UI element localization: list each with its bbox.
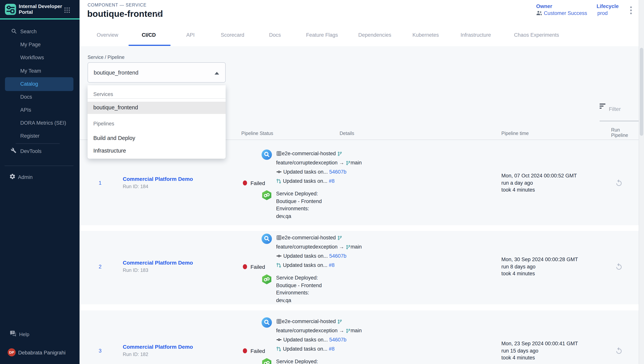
search-icon — [11, 28, 17, 36]
filter-input[interactable]: Filter — [609, 106, 621, 112]
deploy-title: Service Deployed: — [276, 358, 322, 364]
ci-details: e2e-commercial-hosted feature/corruptede… — [262, 150, 362, 186]
sidebar-item-catalog[interactable] — [5, 77, 73, 91]
tab-api[interactable]: API — [186, 32, 195, 38]
menu-item-infrastructure[interactable]: Infrastructure — [88, 145, 226, 157]
run-pipeline-icon[interactable] — [615, 179, 623, 188]
repo-name: e2e-commercial-hosted — [282, 151, 336, 156]
source-branch: feature/corruptedexception — [276, 160, 338, 166]
git-branch-icon — [337, 151, 342, 159]
row-index: 1 — [99, 180, 102, 186]
time-gmt: Mon, 23 Sep 2024 00:00:41 GMT — [501, 340, 578, 347]
deploy-env-label: Environments: — [276, 205, 322, 212]
sidebar-item-workflows[interactable]: Workflows — [20, 55, 44, 60]
pr-message: Updated tasks on... — [283, 178, 328, 184]
service-pipeline-label: Service / Pipeline — [88, 54, 124, 60]
sidebar-item-search[interactable]: Search — [20, 29, 37, 34]
sidebar-item-apis[interactable]: APIs — [20, 107, 31, 112]
menu-divider — [88, 98, 226, 98]
pipeline-time: Mon, 30 Sep 2024 00:00:28 GMT run 8 days… — [501, 256, 578, 278]
arrow-icon: → — [338, 328, 346, 334]
commit-message: Updated tasks on... — [284, 337, 328, 342]
sidebar-item-devtools[interactable]: DevTools — [20, 148, 42, 154]
commit-link[interactable]: 54607b — [329, 337, 346, 342]
target-branch: main — [350, 328, 362, 334]
commit-line: Updated tasks on... 54607b — [276, 252, 362, 261]
avatar[interactable]: DP — [8, 348, 16, 356]
commit-link[interactable]: 54607b — [329, 253, 346, 259]
sidebar-item-my-page[interactable]: My Page — [20, 42, 41, 47]
sidebar: Internal DeveloperPortal Search My Page … — [0, 0, 80, 364]
target-branch: main — [350, 244, 362, 250]
sidebar-item-admin[interactable]: Admin — [18, 174, 33, 180]
tab-infrastructure[interactable]: Infrastructure — [460, 32, 491, 38]
pipeline-name-link[interactable]: Commercial Platform Demo — [123, 176, 193, 182]
select-value: boutique_frontend — [94, 70, 138, 76]
pull-request-line: Updated tasks on... #8 — [276, 345, 362, 354]
sidebar-item-register[interactable]: Register — [20, 133, 40, 138]
pr-link[interactable]: #8 — [329, 346, 334, 352]
commit-icon — [276, 337, 282, 345]
scrollbar-thumb[interactable] — [640, 48, 643, 136]
git-branch-icon — [337, 318, 342, 326]
star-icon[interactable] — [155, 10, 162, 20]
user-name[interactable]: Debabrata Panigrahi — [18, 350, 66, 356]
commit-link[interactable]: 54607b — [329, 169, 346, 175]
pr-link[interactable]: #8 — [329, 262, 334, 268]
tab-chaos-experiments[interactable]: Chaos Experiments — [514, 32, 559, 38]
tab-overview[interactable]: Overview — [97, 32, 118, 38]
chevron-up-icon — [214, 72, 219, 74]
ci-stage-icon — [262, 150, 272, 186]
sidebar-item-dora-metrics[interactable]: DORA Metrics (SEI) — [20, 120, 66, 126]
git-branch-icon — [337, 235, 342, 243]
sidebar-divider — [4, 166, 74, 166]
cicd-panel: Service / Pipeline boutique_frontend Ser… — [80, 46, 644, 364]
sidebar-item-help[interactable]: Help — [19, 331, 30, 337]
column-header-run-pipeline: Run Pipeline — [611, 127, 636, 138]
kebab-menu-icon[interactable] — [630, 6, 632, 17]
menu-section-pipelines: Pipelines — [93, 121, 114, 126]
menu-item-boutique-frontend[interactable]: boutique_frontend — [88, 102, 226, 114]
tab-feature-flags[interactable]: Feature Flags — [306, 32, 338, 38]
tab-kubernetes[interactable]: Kubernetes — [412, 32, 439, 38]
commit-message: Updated tasks on... — [284, 169, 328, 175]
arrow-icon: → — [338, 244, 346, 250]
sidebar-item-catalog-label[interactable]: Catalog — [20, 81, 38, 86]
run-pipeline-icon[interactable] — [615, 347, 623, 356]
git-branch-icon — [346, 160, 350, 168]
pr-message: Updated tasks on... — [283, 262, 328, 268]
pr-link[interactable]: #8 — [329, 178, 334, 184]
sidebar-item-my-team[interactable]: My Team — [20, 68, 41, 74]
tab-docs[interactable]: Docs — [269, 32, 281, 38]
run-pipeline-icon[interactable] — [615, 263, 623, 272]
gear-icon — [9, 173, 16, 181]
source-branch: feature/corruptedexception — [276, 328, 338, 334]
failed-status-dot — [243, 348, 247, 353]
menu-item-build-and-deploy[interactable]: Build and Deploy — [88, 132, 226, 144]
sidebar-item-docs[interactable]: Docs — [20, 94, 32, 100]
owner-value-link[interactable]: Customer Success — [544, 10, 587, 16]
tab-dependencies[interactable]: Dependencies — [358, 32, 392, 38]
pull-request-icon — [276, 346, 282, 354]
cd-stage-icon — [262, 358, 272, 364]
lifecycle-value: prod — [597, 10, 608, 16]
apps-grid-icon[interactable] — [64, 7, 70, 15]
portal-title: Internal DeveloperPortal — [19, 4, 68, 15]
pipeline-name-link[interactable]: Commercial Platform Demo — [123, 344, 193, 350]
source-branch: feature/corruptedexception — [276, 244, 338, 250]
row-separator — [80, 304, 639, 310]
deploy-envs: dev,qa — [276, 296, 322, 304]
repository-icon — [276, 151, 282, 159]
pull-request-line: Updated tasks on... #8 — [276, 177, 362, 186]
tab-scorecard[interactable]: Scorecard — [221, 32, 244, 38]
scrollbar[interactable] — [639, 0, 644, 364]
run-id: Run ID: 182 — [123, 352, 148, 357]
svg-text:?: ? — [12, 331, 14, 334]
repo-name: e2e-commercial-hosted — [282, 235, 336, 240]
tab-cicd[interactable]: CI/CD — [142, 32, 156, 38]
table-row: 3 Commercial Platform Demo Run ID: 182 F… — [80, 310, 639, 364]
service-pipeline-menu: Services boutique_frontend Pipelines Bui… — [88, 85, 226, 158]
pipeline-name-link[interactable]: Commercial Platform Demo — [123, 260, 193, 266]
commit-icon — [276, 169, 282, 177]
service-pipeline-select[interactable]: boutique_frontend — [88, 62, 226, 82]
